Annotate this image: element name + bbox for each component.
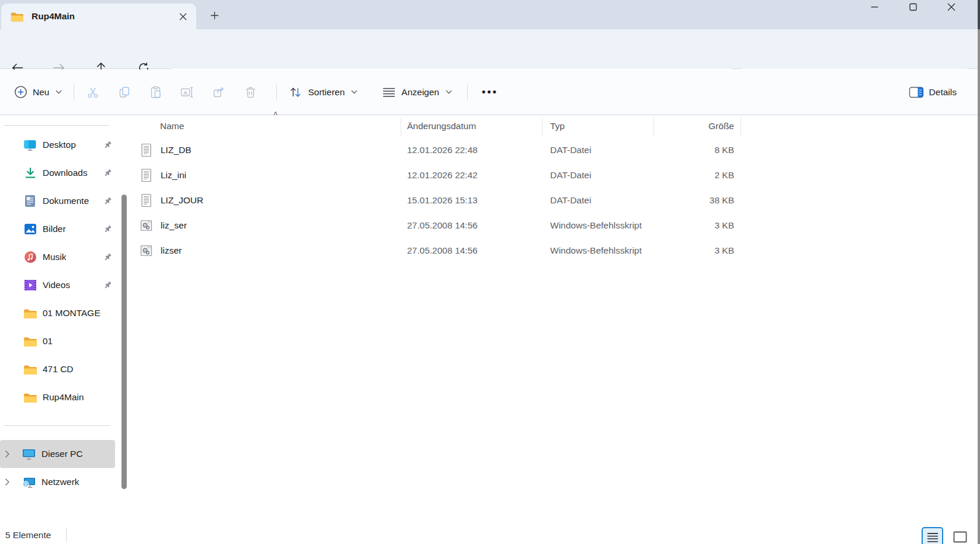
sidebar-item-label: Videos (43, 280, 70, 290)
sidebar-divider (4, 425, 110, 426)
music-icon (23, 251, 37, 264)
sidebar-item-folder[interactable]: 01 MONTAGE-P (0, 300, 131, 326)
dat-file-icon (139, 143, 153, 158)
documents-icon (23, 195, 37, 208)
sidebar-item-documents[interactable]: Dokumente (0, 188, 131, 214)
column-header-type[interactable]: Typ (542, 121, 654, 131)
file-name: Liz_ini (161, 170, 186, 181)
close-window-button[interactable] (932, 0, 971, 27)
folder-icon (23, 335, 37, 348)
column-resizer[interactable] (654, 117, 654, 136)
pictures-icon (23, 223, 37, 236)
maximize-button[interactable] (894, 0, 932, 27)
file-row[interactable]: LIZ_DB 12.01.2026 22:48 DAT-Datei 8 KB (131, 137, 978, 162)
sidebar-item-this-pc[interactable]: Dieser PC (0, 440, 115, 468)
sidebar-item-label: 01 MONTAGE-P (43, 308, 101, 318)
file-type: Windows-Befehlsskript (542, 220, 654, 231)
file-type: DAT-Datei (542, 195, 654, 206)
new-button-label: Neu (33, 87, 49, 98)
pin-icon (103, 281, 112, 290)
items-count: 5 Elemente (0, 530, 51, 540)
sidebar-item-folder[interactable]: Rup4Main (0, 384, 131, 410)
toolbar-separator (276, 84, 277, 101)
column-resizer[interactable] (542, 117, 543, 136)
minimize-button[interactable] (855, 0, 894, 27)
cut-button[interactable] (80, 80, 106, 105)
file-row[interactable]: liz_ser 27.05.2008 14:56 Windows-Befehls… (131, 213, 978, 238)
file-type: Windows-Befehlsskript (542, 245, 654, 256)
sidebar-item-desktop[interactable]: Desktop (0, 132, 131, 158)
sidebar-item-folder[interactable]: 471 CD (0, 356, 131, 382)
file-name: lizser (161, 245, 182, 256)
details-pane-button[interactable]: Details (903, 80, 962, 105)
svg-text:A: A (184, 89, 188, 95)
sidebar-item-downloads[interactable]: Downloads (0, 160, 131, 186)
this-pc-monitor-icon (22, 448, 36, 461)
paste-button[interactable] (143, 80, 169, 105)
column-header-date[interactable]: Änderungsdatum (401, 121, 542, 131)
tab-close-icon[interactable] (175, 9, 190, 24)
thumbnail-view-toggle[interactable] (949, 527, 971, 544)
new-button[interactable]: Neu (8, 80, 68, 105)
delete-button[interactable] (238, 80, 263, 105)
sidebar-item-folder[interactable]: 01 (0, 328, 131, 354)
batch-file-icon (139, 243, 153, 258)
command-toolbar: Neu A Sortieren Anze (0, 70, 980, 115)
file-type: DAT-Datei (542, 170, 654, 181)
file-name: LIZ_DB (161, 145, 192, 155)
view-lines-icon (382, 86, 396, 98)
sidebar-item-network[interactable]: Netzwerk (0, 468, 115, 496)
column-header-row: ˄ Name Änderungsdatum Typ Größe (131, 115, 978, 137)
view-button[interactable]: Anzeigen (376, 80, 458, 105)
desktop-icon (23, 138, 37, 152)
rename-button[interactable]: A (175, 80, 200, 105)
chevron-down-icon (351, 90, 357, 94)
new-tab-button[interactable] (206, 6, 223, 24)
column-header-size[interactable]: Größe (654, 121, 741, 131)
downloads-icon (23, 167, 37, 180)
copy-button[interactable] (112, 80, 137, 105)
navigation-pane: Desktop Downloads Dokumente Bilder (0, 115, 131, 526)
file-name: LIZ_JOUR (161, 195, 203, 206)
view-button-label: Anzeigen (401, 87, 439, 98)
column-header-name[interactable]: Name (131, 121, 401, 131)
column-resizer[interactable] (401, 117, 401, 136)
sidebar-item-videos[interactable]: Videos (0, 272, 131, 298)
folder-icon (23, 307, 37, 320)
sidebar-item-label: Musik (43, 252, 66, 262)
file-row[interactable]: Liz_ini 12.01.2026 22:42 DAT-Datei 2 KB (131, 162, 978, 188)
sidebar-item-pictures[interactable]: Bilder (0, 216, 131, 242)
file-name: liz_ser (161, 220, 187, 231)
sidebar-item-label: 471 CD (43, 364, 74, 375)
file-date: 27.05.2008 14:56 (401, 220, 542, 231)
sort-ascending-icon: ˄ (273, 109, 278, 118)
file-list-pane: ˄ Name Änderungsdatum Typ Größe LIZ_DB 1… (131, 115, 978, 526)
navigation-bar: ••• Lokaler Datenträger (C:) AUCOSOFT Ru… (0, 29, 980, 69)
file-date: 12.01.2026 22:42 (401, 170, 542, 181)
file-row[interactable]: LIZ_JOUR 15.01.2026 15:13 DAT-Datei 38 K… (131, 188, 978, 213)
file-size: 3 KB (654, 220, 741, 231)
sort-button[interactable]: Sortieren (283, 80, 363, 105)
sidebar-item-label: Dokumente (43, 196, 89, 206)
pin-icon (103, 225, 112, 234)
network-icon (22, 476, 36, 489)
folder-icon (23, 391, 37, 404)
sidebar-scrollbar[interactable] (121, 195, 127, 489)
share-button[interactable] (206, 80, 232, 105)
status-divider (66, 528, 67, 543)
column-resizer[interactable] (741, 117, 741, 136)
file-size: 38 KB (654, 195, 741, 206)
chevron-down-icon (446, 90, 452, 94)
chevron-right-icon[interactable] (5, 450, 18, 458)
more-options-button[interactable]: ••• (474, 86, 506, 98)
sidebar-item-music[interactable]: Musik (0, 244, 131, 270)
sidebar-item-label: Desktop (43, 140, 76, 150)
sort-arrows-icon (289, 86, 303, 99)
details-view-toggle[interactable] (922, 527, 943, 544)
file-row[interactable]: lizser 27.05.2008 14:56 Windows-Befehlss… (131, 238, 978, 263)
explorer-tab[interactable]: Rup4Main (1, 4, 196, 29)
chevron-down-icon (55, 90, 62, 94)
titlebar: Rup4Main (0, 0, 980, 29)
file-date: 15.01.2026 15:13 (401, 195, 542, 206)
chevron-right-icon[interactable] (5, 478, 18, 486)
